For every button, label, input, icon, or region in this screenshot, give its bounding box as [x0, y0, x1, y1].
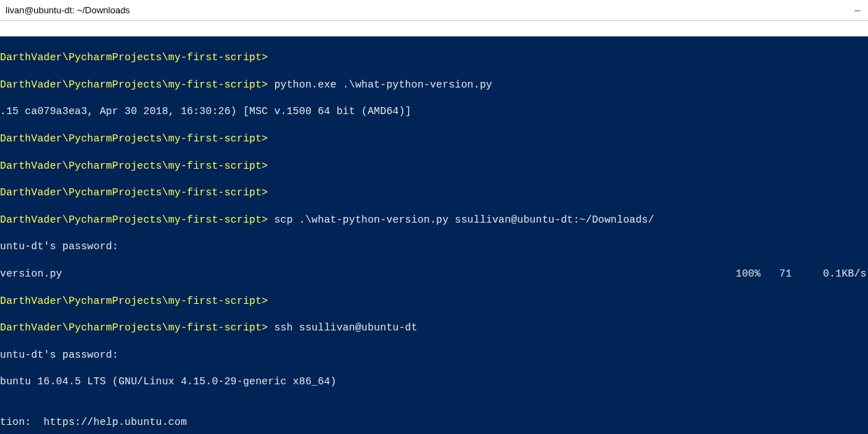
titlebar: livan@ubuntu-dt: ~/Downloads —	[0, 0, 868, 21]
window-controls: —	[853, 6, 862, 15]
prompt-path: DarthVader\PycharmProjects\my-first-scri…	[0, 295, 268, 307]
output-line: buntu 16.04.5 LTS (GNU/Linux 4.15.0-29-g…	[0, 375, 868, 388]
prompt-path: DarthVader\PycharmProjects\my-first-scri…	[0, 187, 268, 198]
prompt-path: DarthVader\PycharmProjects\my-first-scri…	[0, 160, 268, 172]
output-line: untu-dt's password:	[0, 240, 868, 253]
command-text: scp .\what-python-version.py ssullivan@u…	[268, 214, 654, 225]
command-text: ssh ssullivan@ubuntu-dt	[268, 322, 418, 333]
prompt-path: DarthVader\PycharmProjects\my-first-scri…	[0, 322, 268, 333]
output-line: .15 ca079a3ea3, Apr 30 2018, 16:30:26) […	[0, 105, 868, 118]
prompt-path: DarthVader\PycharmProjects\my-first-scri…	[0, 79, 268, 90]
prompt-path: DarthVader\PycharmProjects\my-first-scri…	[0, 214, 268, 225]
minimize-icon[interactable]: —	[853, 6, 862, 15]
titlebar-border	[0, 21, 868, 36]
command-text: python.exe .\what-python-version.py	[268, 79, 492, 90]
output-line: tion: https://help.ubuntu.com	[0, 416, 868, 429]
prompt-path: DarthVader\PycharmProjects\my-first-scri…	[0, 133, 268, 144]
terminal-output[interactable]: DarthVader\PycharmProjects\my-first-scri…	[0, 36, 868, 434]
window-title: livan@ubuntu-dt: ~/Downloads	[6, 5, 130, 15]
transfer-stats: 100% 71 0.1KB/s	[736, 267, 868, 281]
prompt-path: DarthVader\PycharmProjects\my-first-scri…	[0, 52, 268, 63]
output-line: untu-dt's password:	[0, 349, 868, 362]
output-line: version.py	[0, 267, 62, 281]
